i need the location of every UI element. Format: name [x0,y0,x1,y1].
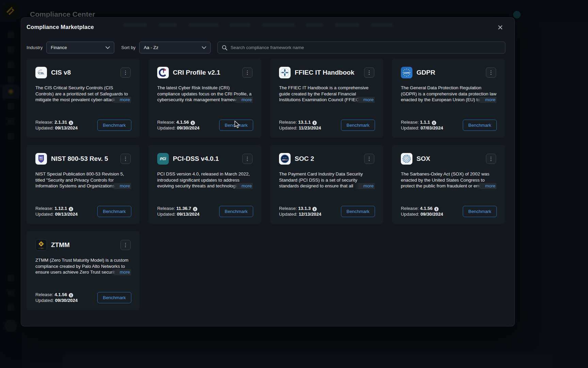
updated-date: 09/30/2024 [421,212,443,217]
more-link[interactable]: more [111,183,131,189]
kebab-menu-icon[interactable]: ⋮ [120,67,131,78]
benchmark-button[interactable]: Benchmark [97,292,131,303]
updated-date: 09/13/2024 [55,212,78,217]
more-link[interactable]: more [111,269,131,275]
benchmark-button[interactable]: Benchmark [341,120,375,131]
cri-profile-logo-icon [157,67,169,78]
release-info: Release: 2.1.31i Updated: 09/13/2024 [35,119,78,131]
release-version: 1.12.1 [54,206,67,211]
gdpr-logo-icon: GDPR [401,67,412,78]
framework-title: PCI-DSS v4.0.1 [173,155,219,163]
framework-card: CIS. CIS v8 ⋮ The CIS Critical Security … [27,59,140,138]
framework-description: ZTMM (Zero Trust Maturity Model) is a cu… [35,257,131,275]
release-version: 13.1.1 [298,120,311,125]
sort-value: Aa - Zz [144,45,158,50]
framework-card: SOX ⋮ The Sarbanes-Oxley Act (SOX) of 20… [392,145,505,224]
release-info: Release: 4.1.56i Updated: 09/30/2024 [35,292,78,304]
framework-title: GDPR [416,69,435,76]
benchmark-button[interactable]: Benchmark [463,120,497,131]
release-info: Release: 13.1.1i Updated: 11/23/2024 [279,119,321,131]
search-field [217,42,505,53]
more-link[interactable]: more [233,183,253,189]
info-circle-icon[interactable]: i [193,207,197,211]
filter-bar: Industry Finance Sort by Aa - Zz [27,42,505,53]
modal-title: Compliance Marketplace [27,24,94,30]
more-link[interactable]: more [355,183,375,189]
release-version: 11.36.7 [176,206,191,211]
framework-title: SOX [416,155,430,163]
svg-text:SOC 2: SOC 2 [282,159,287,161]
framework-description: The CIS Critical Security Controls (CIS … [35,85,131,103]
release-info: Release: 13.1.3i Updated: 12/13/2024 [279,205,321,217]
benchmark-button[interactable]: Benchmark [97,120,131,131]
svg-text:PCI: PCI [160,157,166,161]
info-circle-icon[interactable]: i [191,121,195,125]
framework-card: GDPR GDPR ⋮ The General Data Protection … [392,59,505,138]
cards-grid: CIS. CIS v8 ⋮ The CIS Critical Security … [27,59,505,310]
framework-title: FFIEC IT Handbook [295,69,354,76]
kebab-menu-icon[interactable]: ⋮ [120,240,131,250]
release-version: 13.1.3 [298,206,311,211]
search-input[interactable] [230,45,501,50]
kebab-menu-icon[interactable]: ⋮ [242,67,252,78]
framework-title: SOC 2 [295,155,314,163]
svg-text:GDPR: GDPR [404,72,410,74]
updated-date: 09/30/2024 [177,125,200,131]
industry-value: Finance [51,45,67,50]
kebab-menu-icon[interactable]: ⋮ [486,154,496,164]
info-circle-icon[interactable]: i [432,121,436,125]
close-icon[interactable]: ✕ [495,22,505,32]
info-circle-icon[interactable]: i [434,207,439,211]
framework-title: CRI Profile v2.1 [173,69,220,76]
soc2-logo-icon: AICPASOC 2 [279,153,291,165]
benchmark-button[interactable]: Benchmark [219,120,253,131]
sort-by-label: Sort by [121,45,135,50]
updated-date: 09/13/2024 [177,212,200,217]
info-circle-icon[interactable]: i [69,207,73,211]
svg-text:NIST: NIST [39,157,43,158]
framework-title: NIST 800-53 Rev. 5 [51,155,108,163]
framework-description: The General Data Protection Regulation (… [401,85,496,103]
industry-dropdown[interactable]: Finance [46,42,114,53]
framework-card: NIST NIST 800-53 Rev. 5 ⋮ NIST Special P… [27,145,140,224]
release-version: 4.1.56 [54,292,67,297]
release-info: Release: 4.1.56i Updated: 09/30/2024 [401,205,443,217]
sort-dropdown[interactable]: Aa - Zz [139,42,211,53]
release-version: 4.1.56 [420,206,432,211]
svg-text:ZTMM: ZTMM [39,248,44,249]
release-version: 2.1.31 [54,120,67,125]
info-circle-icon[interactable]: i [69,121,73,125]
chevron-down-icon [105,45,110,50]
more-link[interactable]: more [476,97,496,103]
release-version: 4.1.56 [176,120,189,125]
framework-card: PCI PCI-DSS v4.0.1 ⋮ PCI DSS version 4.0… [148,145,261,224]
framework-description: PCI DSS version 4.0, released in March 2… [157,171,253,189]
framework-description: The Payment Card Industry Data Security … [279,171,375,189]
chevron-down-icon [202,45,206,50]
kebab-menu-icon[interactable]: ⋮ [242,154,252,164]
info-circle-icon[interactable]: i [69,293,73,297]
framework-title: ZTMM [51,241,70,249]
info-circle-icon[interactable]: i [312,121,317,125]
framework-card: AICPASOC 2 SOC 2 ⋮ The Payment Card Indu… [270,145,383,224]
kebab-menu-icon[interactable]: ⋮ [486,67,496,78]
framework-description: The Sarbanes-Oxley Act (SOX) of 2002 was… [401,171,496,189]
info-circle-icon[interactable]: i [312,207,317,211]
kebab-menu-icon[interactable]: ⋮ [364,154,374,164]
updated-date: 09/13/2024 [55,125,78,131]
more-link[interactable]: more [476,183,496,189]
benchmark-button[interactable]: Benchmark [219,206,253,217]
more-link[interactable]: more [355,97,375,103]
svg-text:AICPA: AICPA [283,157,287,158]
release-version: 1.1.1 [420,120,430,125]
cis-logo-icon: CIS. [35,67,47,78]
kebab-menu-icon[interactable]: ⋮ [364,67,374,78]
kebab-menu-icon[interactable]: ⋮ [120,154,131,164]
more-link[interactable]: more [233,97,253,103]
benchmark-button[interactable]: Benchmark [341,206,375,217]
benchmark-button[interactable]: Benchmark [97,206,131,217]
benchmark-button[interactable]: Benchmark [463,206,497,217]
framework-card: CRI Profile v2.1 ⋮ The latest Cyber Risk… [148,59,261,138]
more-link[interactable]: more [111,97,131,103]
updated-date: 07/03/2024 [421,125,443,131]
